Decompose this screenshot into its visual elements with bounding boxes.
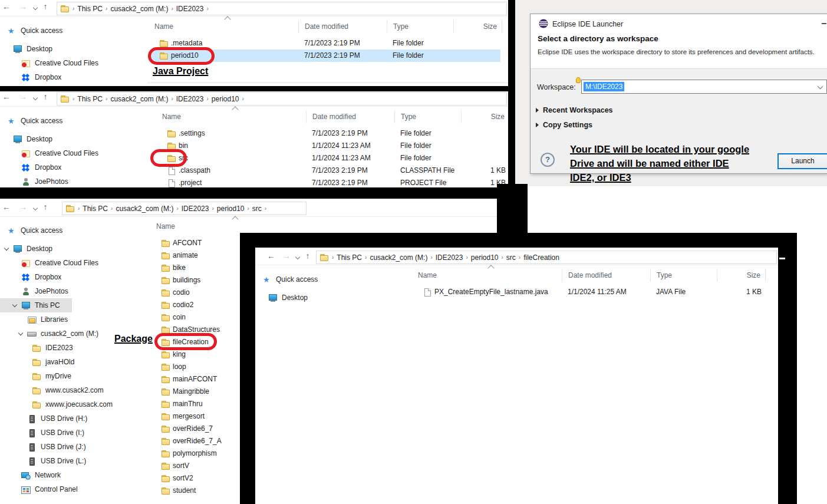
sidebar-item[interactable]: Desktop (0, 42, 147, 56)
person-icon (21, 177, 31, 186)
sidebar-item[interactable]: USB Drive (J:) (0, 440, 151, 454)
toolbar: ← → ↑ ›This PC›cusack2_com (M:)›IDE2023›… (255, 248, 778, 265)
sidebar-item[interactable]: javaHOld (0, 355, 151, 369)
recent-workspaces-expander[interactable]: Recent Workspaces (536, 106, 613, 115)
column-header[interactable]: Name (413, 269, 562, 282)
sidebar-item[interactable]: Desktop (255, 291, 408, 305)
sidebar-item[interactable]: Libraries (0, 312, 151, 327)
column-header[interactable]: Date modified (306, 110, 394, 123)
workspace-value[interactable]: M:\IDE2023 (584, 82, 624, 91)
up-icon[interactable]: ↑ (302, 251, 313, 261)
help-button[interactable]: ? (541, 153, 555, 167)
sidebar-item[interactable]: JoePhotos (0, 284, 151, 298)
breadcrumb-item[interactable]: period10 (471, 253, 499, 262)
up-icon[interactable]: ↑ (40, 2, 51, 11)
up-icon[interactable]: ↑ (40, 92, 51, 101)
breadcrumb-item[interactable]: cusack2_com (M:) (370, 253, 427, 262)
breadcrumb-item[interactable]: fileCreation (523, 253, 559, 262)
column-header[interactable]: Name (157, 110, 306, 123)
recent-locations-icon[interactable] (33, 206, 38, 210)
file-row[interactable]: .settings 7/1/2023 2:19 PM File folder (157, 127, 508, 140)
recent-locations-icon[interactable] (33, 5, 38, 10)
sidebar-item[interactable]: Dropbox (0, 270, 151, 284)
sidebar-item[interactable]: Creative Cloud Files (0, 256, 151, 270)
sidebar-item[interactable]: Quick access (0, 114, 150, 128)
sidebar-item[interactable]: Dropbox (0, 70, 147, 84)
column-header[interactable]: Date modified (298, 20, 387, 33)
sidebar-item[interactable]: Desktop (0, 242, 151, 256)
breadcrumb-item[interactable]: This PC (77, 95, 103, 103)
column-header[interactable]: Type (387, 20, 453, 33)
column-header[interactable]: Date modified (562, 269, 650, 282)
file-row[interactable]: PX_CreateEmptyFile_lastname.java 1/1/202… (413, 286, 767, 298)
workspace-combobox[interactable]: M:\IDE2023 (581, 80, 827, 94)
back-icon[interactable]: ← (1, 2, 12, 11)
column-header[interactable]: Name (150, 20, 298, 33)
launch-button[interactable]: Launch (777, 153, 827, 169)
recent-locations-icon[interactable] (295, 255, 300, 259)
column-header[interactable]: Size (453, 20, 502, 33)
breadcrumb-item[interactable]: src (506, 253, 516, 262)
minimize-icon[interactable] (822, 23, 826, 24)
sidebar-item[interactable]: myDrive (0, 369, 151, 383)
address-bar[interactable]: ›This PC›cusack2_com (M:)›IDE2023›period… (316, 251, 777, 264)
recent-locations-icon[interactable] (33, 95, 38, 100)
file-row[interactable]: bin 1/1/2024 11:23 AM File folder (157, 140, 508, 152)
sidebar-item[interactable]: Dropbox (0, 160, 150, 174)
breadcrumb-item[interactable]: IDE2023 (176, 95, 204, 103)
file-row[interactable]: .classpath 7/1/2023 2:19 PM CLASSPATH Fi… (157, 164, 508, 177)
sidebar-item[interactable]: USB Drive (I:) (0, 426, 151, 440)
address-bar[interactable]: ›This PC›cusack2_com (M:)›IDE2023›period… (57, 92, 507, 106)
breadcrumb-item[interactable]: cusack2_com (M:) (110, 95, 168, 103)
breadcrumb-item[interactable]: src (252, 205, 262, 213)
breadcrumb-item[interactable]: This PC (83, 205, 108, 213)
sidebar-item[interactable]: This PC (0, 298, 72, 312)
address-bar[interactable]: ›This PC›cusack2_com (M:)›IDE2023›period… (62, 202, 307, 215)
forward-icon[interactable]: → (18, 202, 28, 212)
back-icon[interactable]: ← (1, 202, 12, 212)
copy-settings-expander[interactable]: Copy Settings (536, 120, 592, 130)
breadcrumb-item[interactable]: This PC (77, 5, 103, 13)
sidebar-item[interactable]: USB Drive (L:) (0, 454, 151, 468)
breadcrumb-item[interactable]: period10 (217, 205, 245, 213)
forward-icon[interactable]: → (18, 2, 28, 11)
sidebar-item[interactable]: xwww.joecusack.com (0, 397, 151, 411)
folder-icon (161, 462, 170, 470)
up-icon[interactable]: ↑ (40, 202, 51, 212)
back-icon[interactable]: ← (266, 251, 276, 261)
column-header[interactable]: Name (151, 220, 300, 233)
breadcrumb-item[interactable]: cusack2_com (M:) (116, 205, 173, 213)
toolbar: ← → ↑ ›This PC›cusack2_com (M:)›IDE2023 … (0, 0, 508, 16)
column-header[interactable]: Size (717, 269, 766, 282)
sidebar-item[interactable]: JoePhotos (0, 174, 150, 189)
sidebar-item[interactable]: Creative Cloud Files (0, 56, 147, 70)
folder-icon (32, 344, 41, 353)
column-header[interactable]: Type (650, 269, 717, 282)
sidebar-item[interactable]: Control Panel (0, 482, 151, 496)
breadcrumb-item[interactable]: IDE2023 (436, 253, 463, 262)
breadcrumb-item[interactable]: cusack2_com (M:) (110, 5, 168, 13)
sidebar-item[interactable]: Creative Cloud Files (0, 146, 150, 160)
sidebar-item[interactable]: Desktop (0, 132, 150, 146)
sidebar-item[interactable]: Network (0, 468, 151, 482)
sidebar-item[interactable]: USB Drive (H:) (0, 411, 151, 426)
breadcrumb-item[interactable]: period10 (212, 95, 239, 103)
breadcrumb-item[interactable]: IDE2023 (176, 5, 204, 13)
sidebar-item[interactable]: Quick access (255, 272, 408, 286)
forward-icon[interactable]: → (281, 251, 292, 261)
sidebar-item[interactable]: Quick access (0, 24, 147, 38)
address-bar[interactable]: ›This PC›cusack2_com (M:)›IDE2023 › (57, 2, 507, 15)
column-header[interactable]: Size (461, 110, 510, 123)
column-header[interactable]: Type (394, 110, 461, 123)
breadcrumb-item[interactable]: IDE2023 (182, 205, 209, 213)
lightbulb-icon (576, 77, 581, 83)
back-icon[interactable]: ← (1, 92, 12, 101)
breadcrumb-item[interactable]: This PC (337, 253, 362, 262)
sidebar-item[interactable]: www.cusack2.com (0, 383, 151, 397)
forward-icon[interactable]: → (18, 92, 28, 101)
explorer-window-period10: ← → ↑ ›This PC›cusack2_com (M:)›IDE2023›… (0, 90, 508, 187)
file-row[interactable]: src 1/1/2024 11:23 AM File folder (157, 152, 508, 164)
sidebar-item[interactable]: Quick access (0, 223, 151, 238)
chevron-down-icon[interactable] (818, 84, 823, 90)
sidebar-item-label: JoePhotos (35, 287, 68, 295)
